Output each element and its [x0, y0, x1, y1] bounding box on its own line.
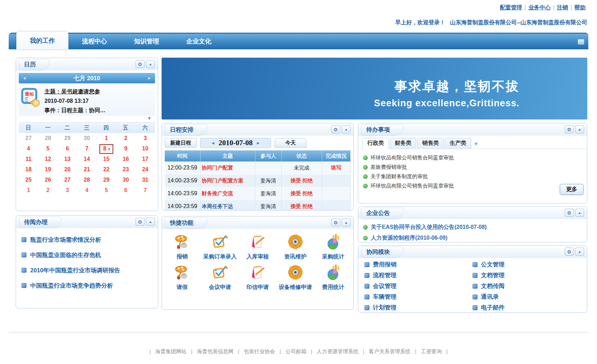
schedule-subject[interactable]: 本周任务下达 [200, 200, 255, 211]
collapse-icon[interactable]: ▲ [575, 209, 584, 217]
gear-icon[interactable] [331, 218, 340, 226]
gear-icon[interactable] [565, 125, 574, 133]
gear-icon[interactable] [565, 209, 574, 217]
todo-tab-2[interactable]: 销售类 [417, 138, 444, 149]
gear-icon[interactable] [331, 125, 340, 133]
quick-function-row2-4[interactable]: 费用统计 [314, 263, 352, 291]
schedule-status[interactable]: 接受 拒绝 [281, 200, 322, 211]
calendar-day[interactable]: 14 [77, 154, 97, 164]
collapse-icon[interactable]: ▲ [575, 248, 584, 256]
next-month-icon[interactable]: ► [144, 76, 155, 81]
calendar-day[interactable]: 30 [77, 133, 97, 143]
calendar-day[interactable]: 5 [38, 143, 58, 154]
calendar-day[interactable]: 15 [97, 154, 116, 164]
calendar-day[interactable]: 26 [38, 175, 58, 185]
calendar-day[interactable]: 31 [136, 175, 155, 185]
schedule-status[interactable]: 接受 拒绝 [281, 187, 322, 200]
quick-function-row1-2[interactable]: 入库审核 [239, 232, 277, 260]
module-item[interactable]: 费用报销 [365, 259, 473, 270]
calendar-day[interactable]: 5 [97, 185, 116, 196]
footer-link-2[interactable]: 包装行业协会 [244, 348, 275, 354]
gear-icon[interactable] [136, 60, 145, 68]
quick-function-row2-1[interactable]: 会议申请 [201, 263, 239, 291]
schedule-status[interactable]: 接受 拒绝 [281, 174, 322, 187]
gear-icon[interactable] [136, 218, 145, 226]
new-schedule-button[interactable]: 新建日程 [165, 138, 197, 148]
logout-link[interactable]: 注销 [557, 5, 568, 10]
module-item[interactable]: 计划管理 [365, 302, 473, 313]
calendar-day[interactable]: 2 [38, 185, 58, 196]
quick-function-row2-3[interactable]: 设备维修申请 [277, 263, 314, 291]
collapse-icon[interactable]: ▲ [575, 125, 584, 133]
nav-tab-1[interactable]: 流程中心 [68, 34, 121, 49]
calendar-day[interactable]: 4 [77, 185, 97, 196]
footer-link-0[interactable]: 海普集团网站 [155, 348, 187, 354]
quick-function-row1-3[interactable]: 资讯维护 [277, 232, 314, 260]
quick-function-row2-2[interactable]: 印信申请 [239, 263, 277, 291]
schedule-subject[interactable]: 协同门户配置 [200, 162, 255, 174]
quick-function-row1-4[interactable]: 采购统计 [314, 232, 352, 260]
circulation-item[interactable]: 2010年中国瓶盖行业市场调研报告 [22, 263, 152, 278]
calendar-day[interactable]: 22 [97, 164, 116, 175]
module-item[interactable]: 电子邮件 [473, 302, 581, 313]
next-day-icon[interactable]: ► [256, 141, 260, 146]
calendar-day[interactable]: 6 [116, 185, 136, 196]
business-center-link[interactable]: 业务中心 [529, 5, 551, 10]
calendar-day[interactable]: 28 [38, 133, 58, 143]
footer-link-4[interactable]: 人力资源管理系统 [317, 348, 358, 354]
nav-tab-2[interactable]: 知识管理 [121, 34, 173, 49]
nav-tab-0[interactable]: 我的工作 [16, 32, 68, 49]
nav-tab-3[interactable]: 企业文化 [173, 34, 225, 49]
circulation-item[interactable]: 中国瓶盖行业市场竞争趋势分析 [22, 278, 152, 293]
calendar-day[interactable]: 7 [136, 185, 155, 196]
quick-function-row2-0[interactable]: 请假 [163, 263, 201, 291]
footer-link-1[interactable]: 海普包装信息网 [197, 348, 234, 354]
calendar-day[interactable]: 19 [38, 164, 58, 175]
today-button[interactable]: 今天 [275, 138, 306, 148]
more-button[interactable]: 更多 [560, 184, 583, 195]
calendar-day[interactable]: 23 [116, 164, 136, 175]
calendar-day[interactable]: 12 [38, 154, 58, 164]
module-item[interactable]: 车辆管理 [365, 291, 473, 302]
calendar-day[interactable]: 17 [136, 154, 155, 164]
todo-add-tab-button[interactable]: + [472, 139, 480, 149]
todo-item[interactable]: 差旅费报销审批 [363, 164, 582, 171]
collapse-icon[interactable]: ▲ [342, 125, 351, 133]
module-item[interactable]: 文档管理 [473, 270, 581, 281]
calendar-day[interactable]: 3 [58, 185, 77, 196]
calendar-day[interactable]: 30 [116, 175, 136, 185]
collapse-icon[interactable]: ▲ [146, 60, 155, 68]
calendar-day[interactable]: 6 [58, 143, 77, 154]
module-item[interactable]: 流程管理 [365, 270, 473, 281]
footer-link-5[interactable]: 客户关系管理系统 [369, 348, 410, 354]
module-item[interactable]: 通讯录 [473, 291, 581, 302]
quick-function-row1-0[interactable]: 报销 [163, 232, 201, 260]
notice-subject[interactable]: 主题：吴书超邀请您参 [44, 87, 106, 96]
calendar-day[interactable]: 13 [58, 154, 77, 164]
calendar-day[interactable]: 16 [116, 154, 136, 164]
quick-function-row1-1[interactable]: 采购订单录入 [201, 232, 239, 260]
calendar-day[interactable]: 28 [77, 175, 97, 185]
calendar-day[interactable]: 9 [116, 143, 136, 154]
announcement-item[interactable]: 关于EAS协同平台投入使用的公告(2010-07-08) [363, 224, 582, 231]
gear-icon[interactable] [565, 248, 574, 256]
footer-link-6[interactable]: 工资查询 [421, 348, 442, 354]
calendar-day[interactable]: 10 [136, 143, 155, 154]
module-item[interactable]: 会议管理 [365, 281, 473, 291]
todo-tab-0[interactable]: 行政类 [362, 138, 389, 149]
config-management-link[interactable]: 配置管理 [500, 5, 522, 10]
window-icon[interactable] [578, 39, 584, 44]
calendar-day[interactable]: 25 [19, 175, 38, 185]
calendar-day[interactable]: 27 [58, 175, 77, 185]
calendar-day[interactable]: 29 [97, 175, 116, 185]
calendar-day[interactable]: 4 [19, 143, 38, 154]
calendar-day[interactable]: 21 [77, 164, 97, 175]
collapse-icon[interactable]: ▲ [342, 218, 351, 226]
calendar-day[interactable]: 24 [136, 164, 155, 175]
schedule-completion[interactable]: 填写 [322, 162, 351, 174]
footer-link-3[interactable]: 公司邮箱 [286, 348, 306, 354]
schedule-subject[interactable]: 财务推广交流 [200, 187, 255, 200]
calendar-day[interactable]: 1 [19, 185, 38, 196]
collapse-icon[interactable]: ▲ [146, 218, 155, 226]
calendar-day[interactable]: 27 [19, 133, 38, 143]
